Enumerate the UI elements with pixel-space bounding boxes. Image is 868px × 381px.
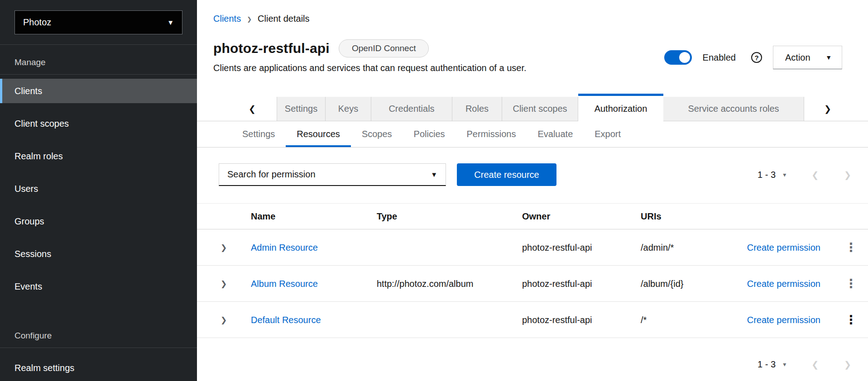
create-permission-link[interactable]: Create permission (747, 242, 820, 252)
resource-uris: /album/{id} (641, 278, 684, 289)
tab-roles[interactable]: Roles (452, 97, 502, 121)
table-row: ❯ Default Resource photoz-restful-api /*… (197, 302, 868, 338)
authorization-subtabs: Settings Resources Scopes Policies Permi… (197, 121, 868, 148)
chevron-right-icon: ❯ (247, 16, 252, 23)
resource-uris: /admin/* (641, 242, 674, 252)
pagination-top: 1 - 3 ▾ ❮ ❯ (758, 170, 851, 180)
caret-down-icon: ▼ (431, 171, 437, 178)
resources-toolbar: ▼ Create resource 1 - 3 ▾ ❮ ❯ (197, 163, 868, 186)
caret-down-icon: ▼ (825, 54, 832, 61)
action-dropdown-label: Action (785, 52, 810, 63)
sidebar-item-sessions[interactable]: Sessions (0, 238, 197, 270)
tab-service-accounts-roles[interactable]: Service accounts roles (663, 97, 804, 121)
subtab-settings[interactable]: Settings (231, 121, 286, 147)
sidebar-item-client-scopes[interactable]: Client scopes (0, 107, 197, 140)
resource-uris: /* (641, 314, 647, 325)
sidebar-item-realm-roles[interactable]: Realm roles (0, 140, 197, 172)
page-header: photoz-restful-api OpenID Connect Client… (197, 24, 868, 73)
pagination-bottom: 1 - 3 ▾ ❮ ❯ (758, 359, 851, 370)
subtab-evaluate[interactable]: Evaluate (527, 121, 584, 147)
column-header-owner: Owner (522, 211, 550, 222)
column-header-uris: URIs (641, 211, 662, 222)
subtab-export[interactable]: Export (584, 121, 632, 147)
sidebar-item-label: Clients (0, 79, 197, 103)
tab-client-scopes[interactable]: Client scopes (502, 97, 578, 121)
expand-row-icon[interactable]: ❯ (221, 243, 227, 252)
pagination-caret-icon[interactable]: ▾ (783, 171, 786, 178)
pagination-range: 1 - 3 (758, 170, 776, 180)
search-input[interactable] (227, 169, 426, 180)
nav-configure-list: Realm settings (0, 348, 197, 381)
pagination-range: 1 - 3 (758, 359, 776, 370)
tab-settings[interactable]: Settings (277, 97, 326, 121)
nav-section-title-configure: Configure (14, 331, 197, 341)
breadcrumb-current: Client details (258, 14, 310, 24)
resource-name-link[interactable]: Album Resource (251, 278, 318, 289)
sidebar-item-label: Client scopes (0, 111, 197, 136)
table-row: ❯ Album Resource http://photoz.com/album… (197, 266, 868, 302)
resource-name-link[interactable]: Admin Resource (251, 242, 318, 252)
previous-page-button[interactable]: ❮ (811, 359, 819, 370)
sidebar-item-label: Realm settings (0, 356, 197, 380)
subtab-resources[interactable]: Resources (286, 121, 351, 147)
previous-page-button[interactable]: ❮ (811, 170, 819, 180)
pagination-caret-icon[interactable]: ▾ (783, 361, 786, 368)
breadcrumb: Clients ❯ Client details (197, 0, 868, 24)
sidebar-item-groups[interactable]: Groups (0, 205, 197, 238)
resource-name-link[interactable]: Default Resource (251, 314, 321, 325)
sidebar-item-label: Events (0, 274, 197, 299)
subtab-policies[interactable]: Policies (403, 121, 456, 147)
tab-keys[interactable]: Keys (326, 97, 371, 121)
next-page-button[interactable]: ❯ (844, 170, 851, 180)
page-title: photoz-restful-api (213, 41, 330, 56)
sidebar-item-clients[interactable]: Clients (0, 75, 197, 107)
nav-manage-list: Clients Client scopes Realm roles Users … (0, 75, 197, 303)
resource-owner: photoz-restful-api (522, 242, 592, 252)
sidebar-item-label: Groups (0, 209, 197, 233)
next-page-button[interactable]: ❯ (844, 359, 851, 370)
kebab-menu-icon[interactable]: ⋮ (845, 315, 857, 324)
client-tabs: ❮ Settings Keys Credentials Roles Client… (197, 94, 868, 121)
realm-selector-label: Photoz (23, 17, 51, 28)
help-icon[interactable]: ? (751, 52, 762, 63)
search-permission-select[interactable]: ▼ (219, 163, 446, 186)
breadcrumb-clients-link[interactable]: Clients (213, 14, 241, 24)
scroll-tabs-right-button[interactable]: ❯ (818, 97, 838, 121)
create-permission-link[interactable]: Create permission (747, 314, 820, 325)
resource-owner: photoz-restful-api (522, 314, 592, 325)
tab-credentials[interactable]: Credentials (371, 97, 452, 121)
kebab-menu-icon[interactable]: ⋮ (845, 279, 857, 288)
subtab-permissions[interactable]: Permissions (456, 121, 527, 147)
sidebar-item-label: Sessions (0, 242, 197, 266)
toggle-knob (679, 52, 690, 63)
scroll-tabs-left-button[interactable]: ❮ (242, 97, 262, 121)
action-dropdown[interactable]: Action ▼ (773, 46, 842, 69)
sidebar-item-events[interactable]: Events (0, 270, 197, 303)
table-row: ❯ Admin Resource photoz-restful-api /adm… (197, 229, 868, 266)
tab-authorization[interactable]: Authorization (578, 94, 663, 121)
table-header-row: Name Type Owner URIs (197, 203, 868, 229)
create-permission-link[interactable]: Create permission (747, 278, 820, 289)
expand-row-icon[interactable]: ❯ (221, 279, 227, 288)
pagination-bottom-row: 1 - 3 ▾ ❮ ❯ (197, 352, 868, 377)
main-content: Clients ❯ Client details photoz-restful-… (197, 0, 868, 381)
kebab-menu-icon[interactable]: ⋮ (845, 243, 857, 252)
sidebar-item-users[interactable]: Users (0, 172, 197, 205)
realm-selector[interactable]: Photoz ▼ (14, 10, 182, 34)
expand-row-icon[interactable]: ❯ (221, 315, 227, 324)
nav-section-title-manage: Manage (14, 57, 197, 67)
resource-type: http://photoz.com/album (377, 278, 473, 289)
enabled-toggle[interactable] (664, 50, 692, 65)
subtab-scopes[interactable]: Scopes (351, 121, 403, 147)
caret-down-icon: ▼ (167, 19, 174, 26)
protocol-badge: OpenID Connect (339, 39, 429, 57)
create-resource-button[interactable]: Create resource (457, 163, 556, 186)
resources-table: Name Type Owner URIs ❯ Admin Resource ph… (197, 203, 868, 338)
column-header-type: Type (377, 211, 397, 222)
realm-selector-wrap: Photoz ▼ (0, 0, 197, 45)
sidebar-item-realm-settings[interactable]: Realm settings (0, 352, 197, 381)
enabled-label: Enabled (703, 52, 736, 63)
column-header-name: Name (251, 211, 275, 222)
header-controls: Enabled ? Action ▼ (664, 46, 842, 69)
sidebar-item-label: Realm roles (0, 144, 197, 168)
